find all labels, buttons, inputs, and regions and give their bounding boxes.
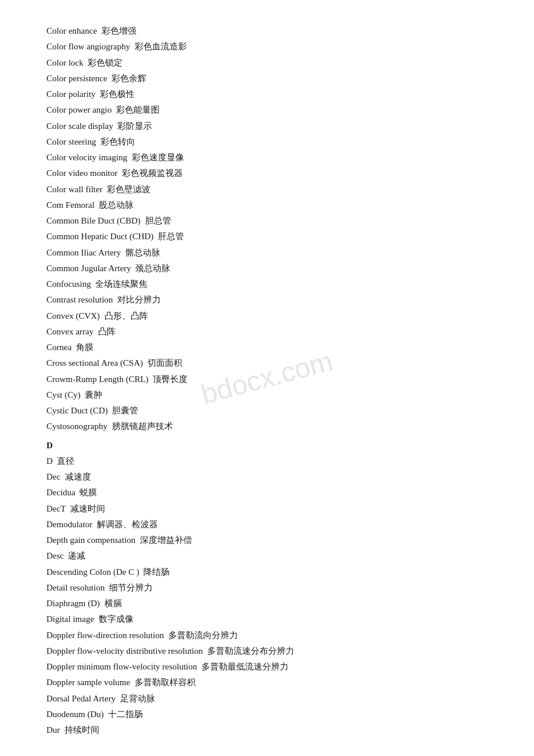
list-item: Dec 减速度 — [46, 469, 488, 484]
list-item: Cyst (Cy) 囊肿 — [46, 387, 488, 402]
list-item: Doppler sample volume 多普勒取样容积 — [46, 675, 488, 690]
list-item: Dur 持续时间 — [46, 722, 488, 737]
list-item: Confocusing 全场连续聚焦 — [46, 276, 488, 291]
list-item: Detail resolution 细节分辨力 — [46, 580, 488, 595]
list-item: D 直径 — [46, 453, 488, 469]
list-item: Color polarity 彩色极性 — [46, 87, 488, 102]
list-item: Decidua 蜕膜 — [46, 485, 488, 500]
list-item: Color enhance 彩色增强 — [46, 23, 488, 38]
list-item: Digital image 数字成像 — [46, 611, 488, 627]
list-item: Color wall filter 彩色壁滤波 — [46, 182, 488, 197]
list-item: Doppler flow-velocity distributive resol… — [46, 643, 488, 658]
list-item: Common Bile Duct (CBD) 胆总管 — [46, 213, 488, 228]
list-item: Color lock 彩色锁定 — [46, 55, 488, 70]
list-item: Convex array 凸阵 — [46, 324, 488, 339]
list-item: Common Jugular Artery 颈总动脉 — [46, 261, 488, 276]
list-item: D — [46, 438, 488, 453]
list-item: Color video monitor 彩色视频监视器 — [46, 165, 488, 181]
list-item: DecT 减速时间 — [46, 501, 488, 516]
list-item: Color persistence 彩色余辉 — [46, 71, 488, 86]
list-item: Color steering 彩色转向 — [46, 134, 488, 149]
list-item: Depth gain compensation 深度增益补偿 — [46, 532, 488, 548]
list-item: Crowm-Rump Length (CRL) 顶臀长度 — [46, 372, 488, 387]
list-item: Cross sectional Area (CSA) 切面面积 — [46, 355, 488, 370]
list-item: Color flow angiography 彩色血流造影 — [46, 39, 488, 54]
list-item: Common Iliac Artery 髂总动脉 — [46, 245, 488, 260]
list-item: Diaphragm (D) 横膈 — [46, 596, 488, 611]
list-item: Color scale display 彩阶显示 — [46, 118, 488, 134]
list-item: Dorsal Pedal Artery 足背动脉 — [46, 691, 488, 706]
list-item: Duodenum (Du) 十二指肠 — [46, 707, 488, 722]
list-item: Color power angio 彩色能量图 — [46, 102, 488, 117]
list-item: Doppler minimum flow-velocity resolution… — [46, 659, 488, 674]
list-item: Common Hepatic Duct (CHD) 肝总管 — [46, 229, 488, 244]
list-item: Cystic Duct (CD) 胆囊管 — [46, 403, 488, 418]
list-item: Doppler flow-direction resolution 多普勒流向分… — [46, 628, 488, 643]
list-item: Cystosonography 膀胱镜超声技术 — [46, 419, 488, 434]
list-item: Demodulator 解调器、检波器 — [46, 517, 488, 532]
list-item: Convex (CVX) 凸形、凸阵 — [46, 308, 488, 323]
list-item: Cornea 角膜 — [46, 340, 488, 355]
list-item: Contrast resolution 对比分辨力 — [46, 292, 488, 307]
list-item: Com Femoral 股总动脉 — [46, 197, 488, 213]
list-item: Color velocity imaging 彩色速度显像 — [46, 150, 488, 165]
glossary-list: Color enhance 彩色增强Color flow angiography… — [46, 23, 488, 737]
list-item: Descending Colon (De C ) 降结肠 — [46, 564, 488, 579]
list-item: Desc 递减 — [46, 548, 488, 563]
